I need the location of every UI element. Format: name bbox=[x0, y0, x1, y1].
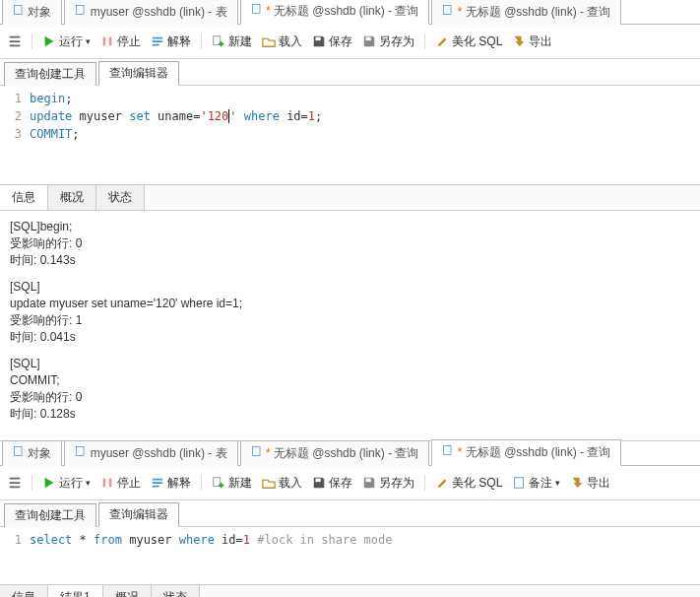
output-tab[interactable]: 结果1 bbox=[48, 585, 103, 597]
svg-rect-16 bbox=[316, 479, 321, 483]
svg-rect-0 bbox=[15, 6, 23, 15]
toolbar: 运行▾ 停止 解释 新建 载入 保存 另存为 美化 SQL 备注▾ 导出 bbox=[0, 466, 700, 500]
beautify-button[interactable]: 美化 SQL bbox=[435, 475, 502, 492]
explain-button[interactable]: 解释 bbox=[151, 475, 191, 492]
save-button[interactable]: 保存 bbox=[312, 33, 352, 50]
document-icon bbox=[75, 446, 90, 460]
document-icon bbox=[251, 446, 266, 460]
load-button[interactable]: 载入 bbox=[262, 475, 302, 492]
export-button[interactable]: 导出 bbox=[570, 475, 610, 492]
saveas-button[interactable]: 另存为 bbox=[362, 475, 414, 492]
output-tab[interactable]: 概况 bbox=[103, 585, 152, 597]
document-icon bbox=[251, 4, 266, 18]
export-button[interactable]: 导出 bbox=[512, 33, 552, 50]
sub-tab[interactable]: 查询创建工具 bbox=[4, 503, 96, 527]
document-tab[interactable]: * 无标题 @sshdb (link) - 查询 bbox=[240, 0, 430, 25]
run-button[interactable]: 运行▾ bbox=[42, 33, 91, 50]
svg-rect-11 bbox=[252, 447, 260, 456]
output-tab[interactable]: 状态 bbox=[152, 585, 200, 597]
document-tab[interactable]: * 无标题 @sshdb (link) - 查询 bbox=[431, 0, 621, 25]
stop-button[interactable]: 停止 bbox=[100, 33, 141, 50]
svg-rect-4 bbox=[103, 37, 106, 46]
save-button[interactable]: 保存 bbox=[312, 475, 352, 492]
svg-rect-8 bbox=[366, 37, 371, 41]
menu-button[interactable] bbox=[8, 476, 22, 490]
output-tab[interactable]: 概况 bbox=[48, 185, 96, 210]
svg-rect-5 bbox=[109, 37, 112, 46]
document-icon bbox=[442, 445, 457, 459]
toolbar: 运行▾ 停止 解释 新建 载入 保存 另存为 美化 SQL 导出 bbox=[0, 25, 700, 59]
document-icon bbox=[442, 5, 457, 19]
svg-rect-7 bbox=[316, 37, 321, 41]
sql-editor[interactable]: 1begin;2update myuser set uname='120' wh… bbox=[0, 86, 700, 151]
svg-rect-18 bbox=[515, 478, 524, 489]
svg-rect-14 bbox=[109, 479, 112, 488]
output-panel: [SQL]begin;受影响的行: 0时间: 0.143s[SQL]update… bbox=[0, 211, 700, 440]
saveas-button[interactable]: 另存为 bbox=[362, 33, 414, 50]
svg-rect-2 bbox=[252, 5, 260, 14]
sql-editor[interactable]: 1select * from myuser where id=1 #lock i… bbox=[0, 527, 700, 557]
output-tab[interactable]: 信息 bbox=[0, 185, 48, 210]
document-tab[interactable]: * 无标题 @sshdb (link) - 查询 bbox=[240, 440, 430, 466]
svg-rect-13 bbox=[103, 479, 106, 488]
svg-rect-1 bbox=[77, 6, 85, 15]
document-tab[interactable]: 对象 bbox=[2, 440, 62, 466]
svg-rect-9 bbox=[15, 447, 23, 456]
notes-button[interactable]: 备注▾ bbox=[512, 475, 560, 492]
document-icon bbox=[13, 446, 28, 460]
menu-button[interactable] bbox=[8, 34, 22, 48]
beautify-button[interactable]: 美化 SQL bbox=[435, 33, 502, 50]
svg-rect-17 bbox=[366, 479, 371, 483]
create-button[interactable]: 新建 bbox=[212, 475, 252, 492]
document-tab[interactable]: myuser @sshdb (link) - 表 bbox=[64, 0, 237, 25]
svg-rect-3 bbox=[444, 6, 452, 15]
run-button[interactable]: 运行▾ bbox=[42, 475, 91, 492]
svg-rect-12 bbox=[444, 446, 452, 455]
document-icon bbox=[13, 5, 28, 19]
load-button[interactable]: 载入 bbox=[262, 33, 302, 50]
output-tab[interactable]: 信息 bbox=[0, 585, 48, 597]
document-icon bbox=[75, 5, 90, 19]
stop-button[interactable]: 停止 bbox=[100, 475, 141, 492]
explain-button[interactable]: 解释 bbox=[151, 33, 191, 50]
sub-tab[interactable]: 查询创建工具 bbox=[4, 62, 96, 86]
create-button[interactable]: 新建 bbox=[212, 33, 252, 50]
sub-tab[interactable]: 查询编辑器 bbox=[98, 502, 179, 527]
sub-tab[interactable]: 查询编辑器 bbox=[98, 61, 179, 86]
document-tab[interactable]: 对象 bbox=[2, 0, 62, 25]
document-tab[interactable]: myuser @sshdb (link) - 表 bbox=[64, 440, 237, 466]
output-tab[interactable]: 状态 bbox=[96, 185, 145, 210]
svg-rect-10 bbox=[77, 447, 85, 456]
document-tab[interactable]: * 无标题 @sshdb (link) - 查询 bbox=[431, 439, 621, 466]
